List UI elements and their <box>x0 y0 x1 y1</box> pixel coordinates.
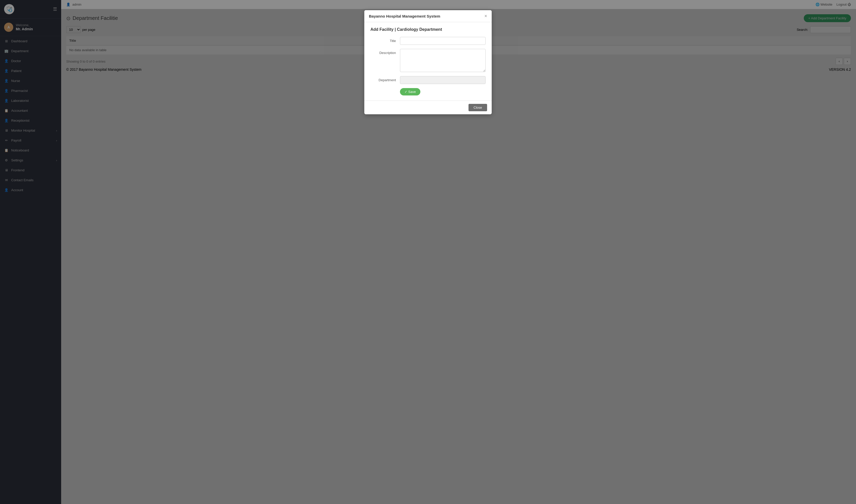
save-button-row: ✓ Save <box>370 88 486 95</box>
description-textarea[interactable] <box>400 49 486 72</box>
modal-header-title: Bayanno Hospital Management System <box>369 14 440 18</box>
department-input: Cardiology <box>400 76 486 84</box>
title-form-group: Title <box>370 37 486 45</box>
modal-overlay: Bayanno Hospital Management System × Add… <box>0 0 856 504</box>
modal-close-x-button[interactable]: × <box>484 14 487 18</box>
title-input[interactable] <box>400 37 486 45</box>
close-button[interactable]: Close <box>469 104 487 111</box>
description-form-group: Description <box>370 49 486 72</box>
modal-section-title: Add Facility | Cardiology Department <box>370 27 486 32</box>
modal-header: Bayanno Hospital Management System × <box>364 10 492 22</box>
description-label: Description <box>370 49 396 55</box>
title-label: Title <box>370 37 396 43</box>
modal: Bayanno Hospital Management System × Add… <box>364 10 492 114</box>
modal-footer: Close <box>364 101 492 114</box>
save-button[interactable]: ✓ Save <box>400 88 420 95</box>
modal-body: Add Facility | Cardiology Department Tit… <box>364 22 492 101</box>
department-label: Department <box>370 76 396 82</box>
department-form-group: Department Cardiology <box>370 76 486 84</box>
